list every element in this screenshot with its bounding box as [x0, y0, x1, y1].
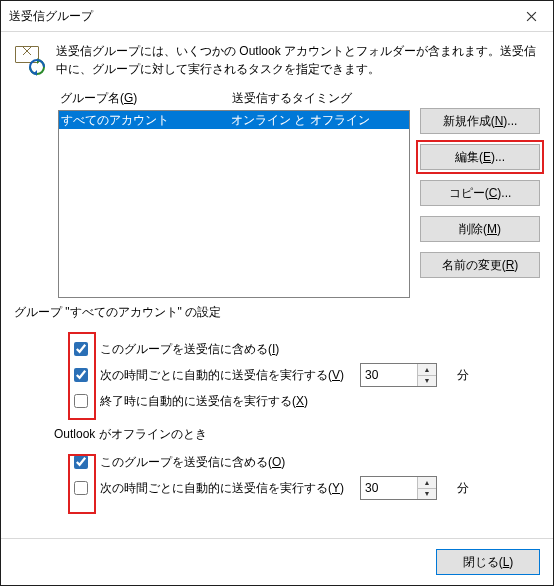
- offline-include-label: このグループを送受信に含める(O): [100, 454, 285, 471]
- spinner-down-icon[interactable]: ▼: [418, 488, 436, 500]
- on-exit-checkbox[interactable]: [74, 394, 88, 408]
- close-icon[interactable]: [509, 1, 553, 31]
- list-item-name: すべてのアカウント: [61, 111, 231, 129]
- header-group-name: グループ名(G): [60, 90, 232, 107]
- send-receive-groups-dialog: 送受信グループ 送受信グループには、いくつかの Outlook アカウントとフォ…: [0, 0, 554, 586]
- spinner-down-icon[interactable]: ▼: [418, 375, 436, 387]
- interval-spinner[interactable]: ▲ ▼: [360, 363, 437, 387]
- spinner-up-icon[interactable]: ▲: [418, 364, 436, 375]
- titlebar: 送受信グループ: [1, 1, 553, 32]
- schedule-label: 次の時間ごとに自動的に送受信を実行する(V): [100, 367, 344, 384]
- offline-schedule-checkbox[interactable]: [74, 481, 88, 495]
- offline-interval-input[interactable]: [361, 477, 417, 499]
- list-item-timing: オンライン と オフライン: [231, 111, 409, 129]
- offline-schedule-label: 次の時間ごとに自動的に送受信を実行する(Y): [100, 480, 344, 497]
- send-receive-icon: [14, 44, 46, 76]
- list-headers: グループ名(G) 送受信するタイミング: [58, 90, 410, 110]
- list-item[interactable]: すべてのアカウント オンライン と オフライン: [59, 111, 409, 129]
- minutes-unit: 分: [457, 480, 469, 497]
- spinner-up-icon[interactable]: ▲: [418, 477, 436, 488]
- header-timing: 送受信するタイミング: [232, 90, 410, 107]
- on-exit-label: 終了時に自動的に送受信を実行する(X): [100, 393, 308, 410]
- copy-button[interactable]: コピー(C)...: [420, 180, 540, 206]
- include-checkbox[interactable]: [74, 342, 88, 356]
- delete-button[interactable]: 削除(M): [420, 216, 540, 242]
- new-button[interactable]: 新規作成(N)...: [420, 108, 540, 134]
- intro: 送受信グループには、いくつかの Outlook アカウントとフォルダーが含まれま…: [14, 42, 540, 78]
- offline-include-checkbox[interactable]: [74, 455, 88, 469]
- offline-section-label: Outlook がオフラインのとき: [54, 426, 540, 443]
- include-label: このグループを送受信に含める(I): [100, 341, 279, 358]
- window-title: 送受信グループ: [9, 8, 509, 25]
- group-settings-legend: グループ "すべてのアカウント" の設定: [14, 304, 225, 321]
- edit-button[interactable]: 編集(E)...: [420, 144, 540, 170]
- group-listbox[interactable]: すべてのアカウント オンライン と オフライン: [58, 110, 410, 298]
- interval-input[interactable]: [361, 364, 417, 386]
- schedule-checkbox[interactable]: [74, 368, 88, 382]
- intro-text: 送受信グループには、いくつかの Outlook アカウントとフォルダーが含まれま…: [56, 42, 540, 78]
- minutes-unit: 分: [457, 367, 469, 384]
- rename-button[interactable]: 名前の変更(R): [420, 252, 540, 278]
- offline-interval-spinner[interactable]: ▲ ▼: [360, 476, 437, 500]
- group-settings-fieldset: グループ "すべてのアカウント" の設定 このグループを送受信に含める(I) 次…: [14, 312, 540, 501]
- close-button[interactable]: 閉じる(L): [436, 549, 540, 575]
